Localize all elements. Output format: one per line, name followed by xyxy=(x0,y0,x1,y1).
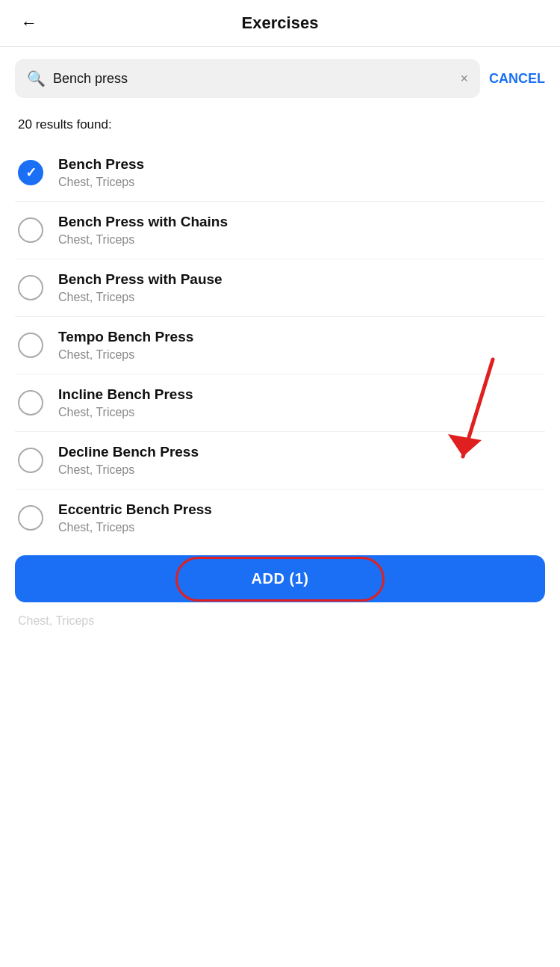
exercise-name: Incline Bench Press xyxy=(58,386,193,403)
add-button[interactable]: ADD (1) xyxy=(15,555,545,602)
cancel-button[interactable]: CANCEL xyxy=(489,71,545,87)
exercise-name: Eccentric Bench Press xyxy=(58,501,212,518)
exercise-item[interactable]: Bench Press with PauseChest, Triceps xyxy=(15,259,545,317)
radio-unchecked[interactable] xyxy=(18,448,43,473)
partial-muscles: Chest, Triceps xyxy=(18,614,94,627)
page-title: Exercises xyxy=(242,13,319,33)
exercise-name: Bench Press with Pause xyxy=(58,271,223,288)
exercise-info: Tempo Bench PressChest, Triceps xyxy=(58,329,193,362)
back-button[interactable]: ← xyxy=(15,10,43,36)
exercise-muscles: Chest, Triceps xyxy=(58,291,223,304)
exercise-item[interactable]: Tempo Bench PressChest, Triceps xyxy=(15,317,545,374)
exercise-muscles: Chest, Triceps xyxy=(58,406,193,419)
exercise-item[interactable]: Eccentric Bench PressChest, Triceps xyxy=(15,489,545,546)
exercise-info: Incline Bench PressChest, Triceps xyxy=(58,386,193,419)
radio-unchecked[interactable] xyxy=(18,390,43,415)
radio-checked[interactable] xyxy=(18,160,43,185)
search-bar: 🔍 × xyxy=(15,59,480,98)
search-input[interactable] xyxy=(53,71,452,87)
radio-unchecked[interactable] xyxy=(18,505,43,531)
exercise-name: Tempo Bench Press xyxy=(58,329,193,345)
search-icon: 🔍 xyxy=(27,69,46,87)
exercise-info: Bench PressChest, Triceps xyxy=(58,156,144,189)
exercise-muscles: Chest, Triceps xyxy=(58,233,228,247)
radio-unchecked[interactable] xyxy=(18,217,43,243)
exercise-name: Bench Press xyxy=(58,156,144,173)
add-button-container: ADD (1) xyxy=(15,555,545,602)
exercise-info: Eccentric Bench PressChest, Triceps xyxy=(58,501,212,534)
header: ← Exercises xyxy=(0,0,560,47)
search-container: 🔍 × CANCEL xyxy=(0,47,560,110)
exercise-info: Bench Press with PauseChest, Triceps xyxy=(58,271,223,304)
exercise-item[interactable]: Decline Bench PressChest, Triceps xyxy=(15,432,545,489)
exercise-info: Decline Bench PressChest, Triceps xyxy=(58,444,199,477)
exercise-muscles: Chest, Triceps xyxy=(58,521,212,534)
exercise-muscles: Chest, Triceps xyxy=(58,463,199,477)
exercise-item[interactable]: Bench PressChest, Triceps xyxy=(15,144,545,202)
add-button-wrap: ADD (1) xyxy=(0,546,560,614)
exercise-info: Bench Press with ChainsChest, Triceps xyxy=(58,214,228,247)
exercise-item[interactable]: Bench Press with ChainsChest, Triceps xyxy=(15,202,545,259)
exercise-name: Decline Bench Press xyxy=(58,444,199,460)
radio-unchecked[interactable] xyxy=(18,275,43,300)
exercise-item[interactable]: Incline Bench PressChest, Triceps xyxy=(15,374,545,432)
radio-unchecked[interactable] xyxy=(18,333,43,358)
exercise-muscles: Chest, Triceps xyxy=(58,176,144,189)
clear-button[interactable]: × xyxy=(460,71,468,87)
exercise-name: Bench Press with Chains xyxy=(58,214,228,230)
exercise-list: Bench PressChest, TricepsBench Press wit… xyxy=(0,144,560,546)
partial-item: Chest, Triceps xyxy=(0,614,560,637)
results-count: 20 results found: xyxy=(0,110,560,144)
exercise-muscles: Chest, Triceps xyxy=(58,348,193,362)
